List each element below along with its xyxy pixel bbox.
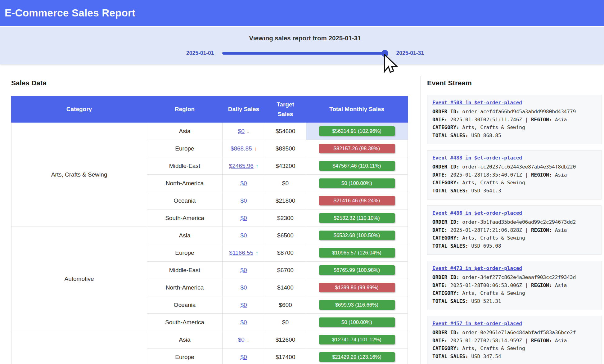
trend-up-icon: ↑ (255, 250, 258, 256)
target-sales-cell: $0 (265, 175, 306, 192)
region-label: REGION: (531, 172, 555, 178)
monthly-sales-badge: $82157.26 (98.39%) (319, 144, 395, 153)
target-sales-cell: $12600 (265, 331, 306, 348)
total-monthly-sales-cell: $21416.46 (98.24%) (306, 192, 408, 209)
daily-sales-link[interactable]: $1166.55 (229, 249, 253, 256)
event-card: Event #457 in $et-order-placed ORDER ID:… (427, 316, 602, 364)
region-value: Asia (555, 282, 567, 288)
event-title-link[interactable]: Event #508 in $et-order-placed (432, 99, 522, 106)
total-sales-label: TOTAL SALES: (432, 298, 471, 304)
monthly-sales-badge: $699.93 (116.66%) (319, 300, 395, 310)
sales-row: AutomotiveAsia$0$6500$6532.68 (100.50%) (11, 227, 408, 244)
total-monthly-sales-cell: $10965.57 (126.04%) (306, 244, 408, 262)
monthly-sales-badge: $2532.32 (110.10%) (319, 213, 395, 223)
daily-sales-cell: $0 (223, 279, 265, 296)
daily-sales-cell: $2465.96↑ (223, 157, 265, 175)
event-date-region-line: DATE: 2025-01-27T02:58:14.959Z | REGION:… (432, 337, 596, 345)
target-sales-cell: $0 (265, 314, 306, 331)
slider-thumb[interactable] (381, 50, 388, 57)
event-list: Event #508 in $et-order-placed ORDER ID:… (427, 95, 602, 364)
slider-max-label: 2025-01-31 (396, 50, 424, 56)
total-monthly-sales-cell: $21429.29 (123.16%) (306, 348, 408, 364)
daily-sales-link[interactable]: $0 (240, 197, 247, 204)
column-header-category: Category (11, 97, 147, 123)
category-cell: Automotive (11, 227, 147, 331)
slider-min-label: 2025-01-01 (186, 50, 214, 56)
category-label: CATEGORY: (432, 124, 462, 130)
monthly-sales-badge: $21416.46 (98.24%) (319, 196, 395, 205)
order-id-label: ORDER ID: (432, 164, 462, 170)
column-header-region: Region (147, 97, 223, 123)
separator: | (525, 282, 531, 288)
slider-title: Viewing sales report from 2025-01-31 (3, 27, 604, 42)
total-sales-value: USD 347.54 (471, 353, 501, 359)
region-value: Asia (555, 117, 567, 123)
event-title-link[interactable]: Event #457 in $et-order-placed (432, 320, 522, 327)
target-sales-cell: $43200 (265, 157, 306, 175)
daily-sales-link[interactable]: $0 (240, 319, 247, 326)
event-total-sales-line: TOTAL SALES: USD 695.08 (432, 242, 596, 250)
sales-table-head: Category Region Daily Sales Target Sales… (11, 97, 408, 123)
total-sales-value: USD 521.31 (471, 298, 501, 304)
monthly-sales-badge: $10965.57 (126.04%) (319, 248, 395, 258)
total-monthly-sales-cell: $6532.68 (100.50%) (306, 227, 408, 244)
column-header-daily-sales: Daily Sales (223, 97, 265, 123)
total-monthly-sales-cell: $2532.32 (110.10%) (306, 209, 408, 227)
target-sales-cell: $83500 (265, 140, 306, 157)
daily-sales-link[interactable]: $0 (240, 232, 247, 239)
region-cell: South-America (147, 209, 223, 227)
separator: | (525, 338, 531, 344)
daily-sales-link[interactable]: $0 (240, 284, 247, 291)
category-value: Arts, Crafts & Sewing (462, 124, 525, 130)
event-date-region-line: DATE: 2025-01-30T02:51:11.746Z | REGION:… (432, 116, 596, 124)
category-label: CATEGORY: (432, 290, 462, 296)
date-value: 2025-01-30T02:51:11.746Z (450, 117, 525, 123)
region-cell: North-America (147, 279, 223, 296)
column-header-target-sales: Target Sales (265, 97, 306, 123)
total-monthly-sales-cell: $56214.91 (102.96%) (306, 123, 408, 140)
total-sales-label: TOTAL SALES: (432, 243, 471, 249)
total-sales-label: TOTAL SALES: (432, 188, 471, 194)
daily-sales-link[interactable]: $0 (240, 180, 247, 186)
total-monthly-sales-cell: $82157.26 (98.39%) (306, 140, 408, 157)
daily-sales-link[interactable]: $0 (238, 128, 245, 134)
event-title-link[interactable]: Event #473 in $et-order-placed (432, 265, 522, 272)
monthly-sales-badge: $0 (100.00%) (319, 317, 395, 327)
event-stream-heading: Event Stream (427, 79, 602, 87)
daily-sales-link[interactable]: $0 (240, 302, 247, 308)
event-title-link[interactable]: Event #488 in $et-order-placed (432, 155, 522, 161)
date-value: 2025-01-28T00:06:53.006Z (450, 282, 525, 288)
separator: | (525, 117, 531, 123)
target-sales-cell: $8700 (265, 244, 306, 262)
daily-sales-cell: $0 (223, 296, 265, 314)
region-label: REGION: (531, 227, 555, 233)
event-stream-section: Event Stream Event #508 in $et-order-pla… (421, 76, 604, 364)
monthly-sales-badge: $6532.68 (100.50%) (319, 231, 395, 240)
daily-sales-link[interactable]: $0 (240, 267, 247, 273)
date-range-slider[interactable] (222, 52, 388, 55)
date-label: DATE: (432, 282, 450, 288)
monthly-sales-badge: $12741.74 (101.12%) (319, 335, 395, 344)
daily-sales-cell: $868.85↓ (223, 140, 265, 157)
date-value: 2025-01-28T18:35:40.071Z (450, 172, 525, 178)
daily-sales-link[interactable]: $868.85 (231, 145, 252, 152)
event-card: Event #486 in $et-order-placed ORDER ID:… (427, 205, 602, 255)
date-label: DATE: (432, 227, 450, 233)
date-value: 2025-01-27T02:58:14.959Z (450, 338, 525, 344)
target-sales-cell: $21800 (265, 192, 306, 209)
daily-sales-link[interactable]: $0 (240, 215, 247, 221)
date-label: DATE: (432, 172, 450, 178)
event-order-id-line: ORDER ID: order-acef4fa66bd945a3abdd9980… (432, 108, 596, 116)
separator: | (525, 172, 531, 178)
category-value: Arts, Crafts & Sewing (462, 290, 525, 296)
daily-sales-link[interactable]: $0 (240, 354, 247, 360)
event-title-link[interactable]: Event #486 in $et-order-placed (432, 210, 522, 216)
daily-sales-link[interactable]: $2465.96 (229, 163, 254, 169)
daily-sales-link[interactable]: $0 (238, 336, 245, 343)
total-monthly-sales-cell: $47567.46 (110.11%) (306, 157, 408, 175)
date-value: 2025-01-28T17:21:06.828Z (450, 227, 525, 233)
region-cell: South-America (147, 314, 223, 331)
total-monthly-sales-cell: $0 (100.00%) (306, 175, 408, 192)
category-value: Arts, Crafts & Sewing (462, 180, 525, 186)
daily-sales-cell: $0 (223, 314, 265, 331)
